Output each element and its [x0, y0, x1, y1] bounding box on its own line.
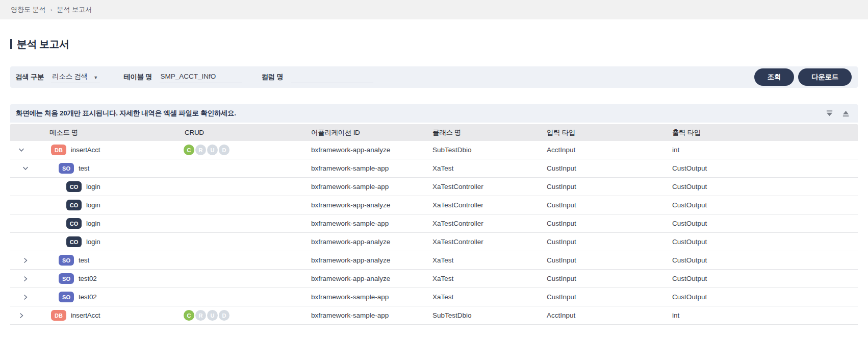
table-row[interactable]: DB insertAcct CRUD bxframework-app-analy…	[10, 141, 858, 159]
expand-chevron-icon[interactable]	[19, 165, 32, 172]
input-type: CustInput	[526, 256, 652, 264]
class-name: XaTestController	[412, 238, 526, 246]
input-type: CustInput	[526, 183, 652, 190]
output-type: int	[652, 146, 858, 154]
crud-indicators	[173, 159, 286, 177]
table-row[interactable]: SO test02 bxframework-sample-app XaTest …	[10, 288, 858, 306]
col-header-method: 메소드 명	[10, 128, 173, 137]
crud-indicators: CRUD	[173, 306, 286, 324]
method-name: test02	[79, 293, 97, 301]
crud-indicators	[173, 288, 286, 306]
method-type-badge: SO	[59, 273, 74, 284]
table-row[interactable]: CO login bxframework-app-analyze XaTestC…	[10, 233, 858, 251]
crud-indicators	[173, 270, 286, 288]
title-accent-bar	[10, 39, 12, 49]
expand-chevron-icon[interactable]	[19, 276, 32, 282]
method-name: test	[79, 256, 89, 264]
method-type-badge: CO	[66, 181, 82, 192]
class-name: XaTestController	[412, 201, 526, 209]
table-name-input[interactable]	[160, 71, 242, 83]
collapse-all-icon[interactable]	[826, 110, 833, 117]
search-type-label: 검색 구분	[15, 73, 44, 82]
search-button[interactable]: 조회	[754, 68, 794, 86]
expand-chevron-icon[interactable]	[19, 257, 32, 264]
input-type: AcctInput	[526, 146, 652, 154]
table-row[interactable]: CO login bxframework-sample-app XaTestCo…	[10, 178, 858, 196]
input-type: CustInput	[526, 164, 652, 172]
output-type: CustOutput	[652, 275, 858, 282]
crud-r-badge: R	[195, 310, 206, 321]
application-id: bxframework-app-analyze	[286, 275, 412, 282]
input-type: CustInput	[526, 275, 652, 282]
breadcrumb-item-parent[interactable]: 영향도 분석	[11, 5, 46, 14]
table-row[interactable]: DB insertAcct CRUD bxframework-sample-ap…	[10, 306, 858, 325]
expand-chevron-icon[interactable]	[15, 313, 28, 319]
table-row[interactable]: CO login bxframework-sample-app XaTestCo…	[10, 214, 858, 233]
crud-u-badge: U	[207, 145, 218, 155]
method-type-badge: SO	[59, 255, 74, 266]
class-name: XaTestController	[412, 183, 526, 190]
col-header-class: 클래스 명	[412, 128, 526, 137]
output-type: CustOutput	[652, 238, 858, 246]
crud-d-badge: D	[219, 310, 229, 321]
crud-d-badge: D	[219, 145, 229, 155]
output-type: CustOutput	[652, 201, 858, 209]
page-title: 분석 보고서	[17, 37, 69, 51]
crud-indicators	[173, 196, 286, 214]
class-name: SubTestDbio	[412, 312, 526, 319]
method-type-badge: SO	[59, 292, 74, 302]
output-type: CustOutput	[652, 220, 858, 227]
crud-indicators	[173, 178, 286, 196]
method-type-badge: CO	[66, 236, 82, 247]
class-name: XaTest	[412, 256, 526, 264]
application-id: bxframework-sample-app	[286, 220, 412, 227]
crud-u-badge: U	[207, 310, 218, 321]
crud-c-badge: C	[184, 145, 194, 155]
output-type: CustOutput	[652, 164, 858, 172]
input-type: CustInput	[526, 238, 652, 246]
column-name-input[interactable]	[291, 71, 373, 83]
breadcrumb-item-current: 분석 보고서	[57, 5, 92, 14]
class-name: SubTestDbio	[412, 146, 526, 154]
application-id: bxframework-sample-app	[286, 312, 412, 319]
method-type-badge: CO	[66, 200, 82, 210]
class-name: XaTest	[412, 275, 526, 282]
table-row[interactable]: SO test bxframework-sample-app XaTest Cu…	[10, 159, 858, 178]
table-name-label: 테이블 명	[123, 73, 152, 82]
table-row[interactable]: SO test bxframework-app-analyze XaTest C…	[10, 251, 858, 270]
col-header-app-id: 어플리케이션 ID	[286, 128, 412, 137]
application-id: bxframework-app-analyze	[286, 238, 412, 246]
crud-indicators	[173, 233, 286, 251]
application-id: bxframework-sample-app	[286, 183, 412, 190]
output-type: int	[652, 312, 858, 319]
method-name: login	[86, 201, 100, 209]
download-button[interactable]: 다운로드	[798, 68, 852, 86]
expand-chevron-icon[interactable]	[15, 147, 28, 153]
table-row[interactable]: SO test02 bxframework-app-analyze XaTest…	[10, 270, 858, 288]
breadcrumb: 영향도 분석 › 분석 보고서	[0, 0, 868, 19]
analysis-report-table: 메소드 명 CRUD 어플리케이션 ID 클래스 명 입력 타입 출력 타입 D…	[10, 124, 858, 325]
method-name: test02	[79, 275, 97, 282]
table-tools	[826, 110, 850, 117]
chevron-down-icon: ▼	[93, 76, 98, 81]
search-type-select[interactable]: 리소스 검색 ▼	[51, 71, 100, 83]
application-id: bxframework-app-analyze	[286, 256, 412, 264]
application-id: bxframework-sample-app	[286, 293, 412, 301]
method-type-badge: DB	[51, 145, 66, 155]
crud-c-badge: C	[184, 310, 194, 321]
application-id: bxframework-sample-app	[286, 164, 412, 172]
method-type-badge: CO	[66, 218, 82, 229]
method-name: login	[86, 183, 100, 190]
col-header-crud: CRUD	[173, 129, 286, 136]
input-type: CustInput	[526, 293, 652, 301]
application-id: bxframework-app-analyze	[286, 201, 412, 209]
input-type: CustInput	[526, 220, 652, 227]
notice-text: 화면에는 처음 20개만 표시됩니다. 자세한 내역은 엑셀 파일로 확인하세요…	[16, 109, 236, 118]
expand-chevron-icon[interactable]	[19, 294, 32, 300]
col-header-input: 입력 타입	[526, 128, 652, 137]
table-row[interactable]: CO login bxframework-app-analyze XaTestC…	[10, 196, 858, 214]
method-type-badge: DB	[51, 310, 66, 321]
notice-bar: 화면에는 처음 20개만 표시됩니다. 자세한 내역은 엑셀 파일로 확인하세요…	[10, 104, 858, 123]
input-type: AcctInput	[526, 312, 652, 319]
export-top-icon[interactable]	[842, 110, 850, 117]
